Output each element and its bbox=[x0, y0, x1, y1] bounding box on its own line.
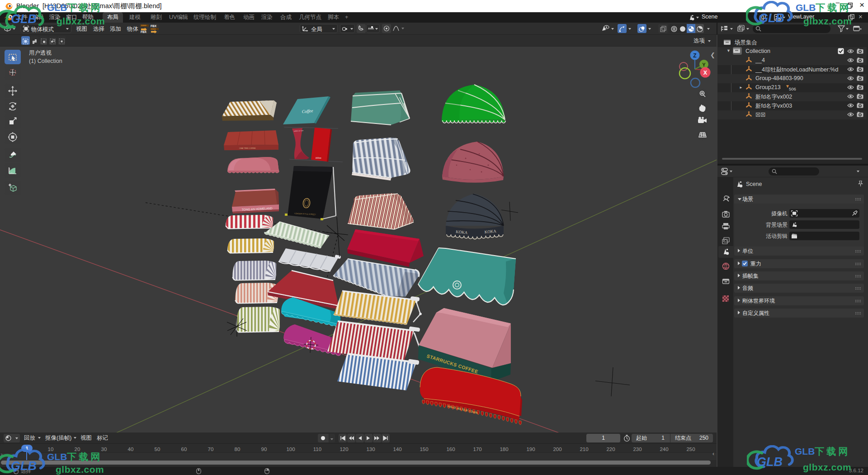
svg-text:(1) Collection: (1) Collection bbox=[29, 58, 62, 64]
svg-text:用户透视: 用户透视 bbox=[29, 50, 52, 56]
svg-text:bliss: bliss bbox=[316, 156, 321, 160]
svg-text:CHAI TREE COFFEE: CHAI TREE COFFEE bbox=[239, 147, 256, 149]
svg-text:>>>>: >>>> bbox=[151, 28, 156, 30]
svg-text:Z: Z bbox=[693, 52, 696, 59]
svg-text:Y: Y bbox=[702, 62, 706, 67]
svg-text:FBX: FBX bbox=[141, 30, 147, 33]
svg-text:X: X bbox=[703, 70, 708, 76]
svg-text:FBX: FBX bbox=[151, 24, 157, 28]
svg-text:>>>>: >>>> bbox=[141, 24, 146, 27]
